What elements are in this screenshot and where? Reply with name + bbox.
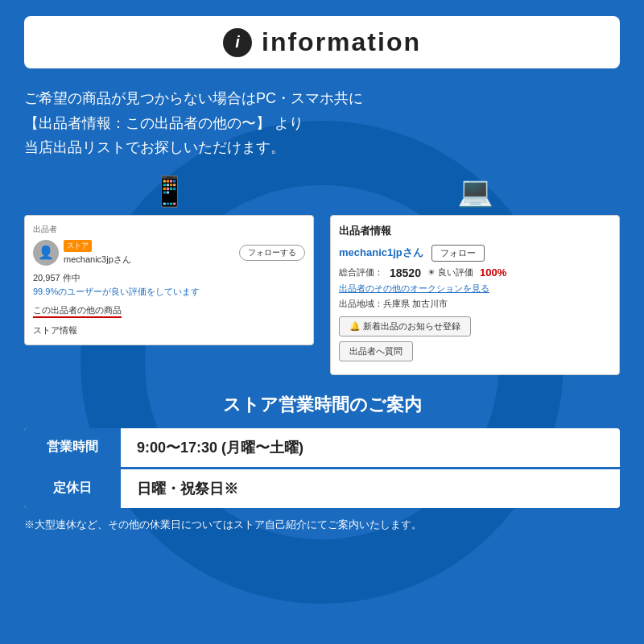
footer-note: ※大型連休など、その他の休業日についてはストア自己紹介にてご案内いたします。 [24,518,620,532]
info-title: information [262,27,421,57]
store-badge: ストア [64,240,92,252]
rating-count: 18520 [390,266,421,279]
seller-row-left: 👤 ストア mechanic3jpさん フォローする [33,240,305,266]
pc-screenshot-wrapper: 💻 出品者情報 mechanic1jpさん フォロー 総合評価： 18520 ☀… [330,175,620,375]
good-label: ☀ 良い評価 [427,266,473,279]
other-items-link[interactable]: この出品者の他の商品 [33,304,122,318]
main-description: ご希望の商品が見つからない場合はPC・スマホ共に 【出品者情報：この出品者の他の… [24,86,620,160]
info-header: i information [24,16,620,68]
smartphone-icon: 📱 [151,175,188,208]
question-button[interactable]: 出品者へ質問 [339,341,413,361]
store-info-label: ストア情報 [33,324,305,336]
mobile-screenshot-wrapper: 📱 出品者 👤 ストア mechanic3jpさん フォローする 20,957 … [24,175,314,345]
seller-section-label: 出品者 [33,224,305,235]
seller-name-right: mechanic1jpさん [339,246,423,260]
hours-section: ストア営業時間のご案内 営業時間 9:00〜17:30 (月曜〜土曜) 定休日 … [24,393,620,532]
hours-row-2: 定休日 日曜・祝祭日※ [24,467,620,508]
seller-avatar-left: 👤 [33,240,59,266]
screenshots-section: 📱 出品者 👤 ストア mechanic3jpさん フォローする 20,957 … [24,175,620,375]
hours-label-2: 定休日 [24,469,121,508]
notify-button[interactable]: 🔔 新着出品のお知らせ登録 [339,316,471,336]
computer-icon: 💻 [457,175,493,208]
review-count: 20,957 件中 [33,272,305,284]
seller-info-left: 👤 ストア mechanic3jpさん [33,240,131,266]
hours-row-1: 営業時間 9:00〜17:30 (月曜〜土曜) [24,428,620,467]
review-pct: 99.9%のユーザーが良い評価をしています [33,286,305,298]
hours-label-1: 営業時間 [24,428,121,467]
follow-button-left[interactable]: フォローする [239,245,305,261]
auction-link[interactable]: 出品者のその他のオークションを見る [339,283,611,295]
hours-value-1: 9:00〜17:30 (月曜〜土曜) [121,428,320,467]
seller-details-left: ストア mechanic3jpさん [64,240,131,266]
hours-table: 営業時間 9:00〜17:30 (月曜〜土曜) 定休日 日曜・祝祭日※ [24,428,620,508]
seller-row-right: mechanic1jpさん フォロー [339,245,611,262]
pc-screenshot: 出品者情報 mechanic1jpさん フォロー 総合評価： 18520 ☀ 良… [330,215,620,375]
rating-row: 総合評価： 18520 ☀ 良い評価 100% [339,266,611,279]
seller-section-label-r: 出品者情報 [339,224,611,238]
follow-button-right[interactable]: フォロー [431,245,485,262]
good-pct: 100% [480,266,506,279]
seller-name-left: mechanic3jpさん [64,254,131,266]
info-icon: i [223,28,252,57]
rating-label: 総合評価： [339,266,383,279]
location: 出品地域：兵庫県 加古川市 [339,298,611,310]
hours-value-2: 日曜・祝祭日※ [121,469,254,508]
mobile-screenshot: 出品者 👤 ストア mechanic3jpさん フォローする 20,957 件中… [24,215,314,345]
hours-title: ストア営業時間のご案内 [24,393,620,417]
